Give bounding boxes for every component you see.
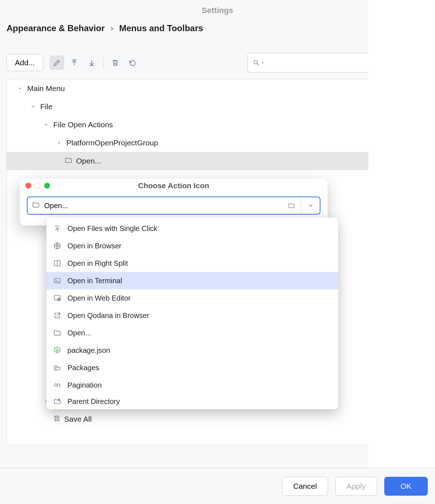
pagination-icon [53,381,62,389]
dropdown-item-label: Packages [67,364,99,372]
dropdown-item-label: package.json [67,346,110,355]
chevron-down-icon [16,85,24,92]
dropdown-item-label: Open Qodana in Browser [67,311,149,320]
dropdown-item-label: Open Files with Single Click [67,224,157,233]
tree-label: Save All [64,415,92,424]
tree-item-file[interactable]: File [7,98,428,116]
dropdown-item-label: Pagination [67,381,102,389]
dropdown-item-label: Open in Browser [67,242,121,250]
tree-label: Main Menu [27,84,65,93]
folder-icon [53,329,62,337]
folder-icon [32,201,40,211]
dropdown-item-label: Parent Directory [67,397,120,406]
folder-icon [65,156,72,166]
tree-item-save-all[interactable]: Save All [7,410,428,428]
dropdown-item[interactable]: Open in Web Editor [46,289,338,307]
chevron-down-icon[interactable] [301,197,320,214]
dialog-footer: Cancel Apply OK [0,468,435,504]
chevron-right-icon: › [111,23,113,33]
save-icon [53,415,61,424]
search-icon [253,59,260,66]
globe-icon [53,242,62,250]
dropdown-item[interactable]: Parent Directory [46,394,338,406]
split-icon [53,259,62,267]
revert-icon[interactable] [125,55,140,70]
chevron-down-icon [42,121,50,128]
webedit-icon [53,294,62,302]
chevron-right-icon [55,139,63,146]
dropdown-item[interactable]: package.json [46,342,338,359]
delete-icon[interactable] [108,55,123,70]
browse-icon[interactable] [282,197,301,214]
toolbar: Add... [7,53,428,73]
tree-label: File Open Actions [53,120,113,129]
svg-point-0 [254,60,257,64]
breadcrumb-item-menus[interactable]: Menus and Toolbars [119,23,203,33]
add-button[interactable]: Add... [7,54,43,71]
divider [103,58,104,68]
dropdown-item-label: Open... [67,329,91,337]
svg-rect-3 [54,278,61,283]
tree-item-file-open-actions[interactable]: File Open Actions [7,116,428,134]
tree-item-open[interactable]: Open... [7,152,428,170]
parent-icon [53,397,62,405]
dialog-title: Choose Action Icon [20,181,328,190]
tree-item-main-menu[interactable]: Main Menu [7,79,428,98]
dropdown-item[interactable]: Open... [46,324,338,342]
dropdown-item-label: Open in Web Editor [67,294,130,302]
edit-icon[interactable] [50,55,64,70]
tree-label: File [40,102,53,111]
close-icon[interactable] [25,183,31,189]
dropdown-item[interactable]: Open in Terminal [46,272,338,289]
packages-icon [53,364,62,372]
nodejs-icon [53,346,62,354]
breadcrumb-item-appearance[interactable]: Appearance & Behavior [7,23,105,33]
dropdown-item[interactable]: Open in Right Split [46,255,338,272]
tree-label: PlatformOpenProjectGroup [66,139,158,147]
action-input[interactable] [44,202,278,210]
chevron-down-icon [261,61,265,65]
locate-icon [53,224,62,232]
window-controls [25,183,50,189]
choose-action-icon-dialog: Choose Action Icon Open Files with Singl… [20,178,328,226]
dropdown-item[interactable]: Open Qodana in Browser [46,307,338,324]
dropdown-item-label: Open in Terminal [67,277,122,285]
action-dropdown: Open Files with Single ClickOpen in Brow… [46,218,338,409]
minimize-icon[interactable] [35,183,41,189]
tree-item-platform-open[interactable]: PlatformOpenProjectGroup [7,134,428,152]
action-combo[interactable] [27,197,320,215]
move-up-icon[interactable] [67,55,82,70]
terminal-icon [53,277,62,285]
tree-label: Open... [76,157,101,165]
move-down-icon[interactable] [84,55,99,70]
background-panel [368,0,435,468]
zoom-icon[interactable] [44,183,50,189]
apply-button[interactable]: Apply [335,477,377,496]
ok-button[interactable]: OK [384,477,428,496]
dropdown-item[interactable]: Packages [46,359,338,376]
dropdown-item[interactable]: Pagination [46,376,338,394]
chevron-down-icon [29,103,37,110]
dropdown-item[interactable]: Open in Browser [46,237,338,255]
dropdown-item-label: Open in Right Split [67,259,128,268]
external-icon [53,311,62,319]
dropdown-item[interactable]: Open Files with Single Click [46,220,338,237]
cancel-button[interactable]: Cancel [282,477,328,496]
